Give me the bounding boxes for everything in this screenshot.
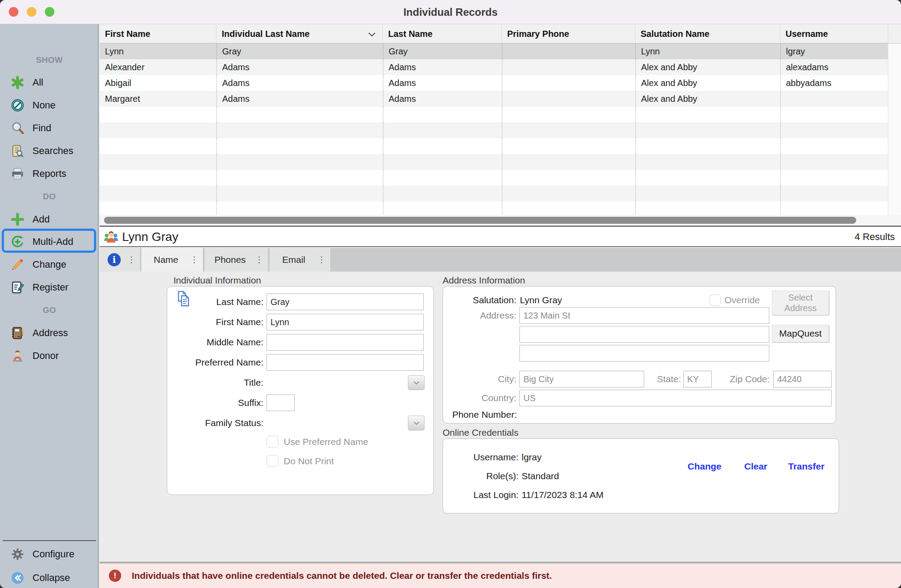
sidebar-item-find[interactable]: Find [0,117,99,140]
transfer-credentials-link[interactable]: Transfer [788,458,825,475]
select-address-button[interactable]: Select Address [772,290,829,315]
cell-primary-phone [502,75,635,91]
sidebar-section-go: GO [0,304,99,316]
sidebar-item-label: Reports [32,168,66,179]
donor-icon [10,348,25,364]
country-label: Country: [446,390,516,406]
individual-information-title: Individual Information [173,276,261,285]
suffix-field[interactable] [267,394,295,411]
table-row-empty [100,186,888,201]
first-name-field[interactable] [267,314,424,330]
clear-credentials-link[interactable]: Clear [744,458,768,475]
address-line3-field[interactable] [519,345,769,362]
table-row[interactable]: Abigail Adams Adams Alex and Abby abbyad… [100,75,888,91]
kebab-menu-icon[interactable]: ⋮ [317,248,326,272]
cell-salutation-name: Alex and Abby [635,91,780,107]
override-checkbox[interactable] [710,294,721,306]
vertical-scrollbar-track[interactable] [888,43,901,215]
table-row-empty [100,122,888,138]
sidebar-item-add[interactable]: Add [0,208,99,231]
chevron-down-icon [413,419,420,427]
mapquest-button[interactable]: MapQuest [772,325,829,342]
tab-name[interactable]: Name ⋮ [141,248,203,272]
results-table-body: Lynn Gray Gray Lynn lgray Alexander Adam… [100,43,888,215]
cell-username: alexadams [780,59,888,75]
sidebar-item-address[interactable]: Address [0,322,99,344]
city-field[interactable] [519,371,644,387]
column-header-primary-phone[interactable]: Primary Phone [502,24,635,43]
cell-salutation-name: Alex and Abby [635,75,780,91]
column-header-salutation-name[interactable]: Salutation Name [635,24,780,43]
preferred-name-field[interactable] [267,354,424,371]
suffix-label: Suffix: [169,394,263,411]
sidebar-item-searches[interactable]: Searches [0,140,99,162]
kebab-menu-icon[interactable]: ⋮ [190,248,198,272]
gear-icon [10,546,25,562]
address-line1-field[interactable] [519,307,769,324]
country-field[interactable] [519,390,832,406]
sidebar-section-show: SHOW [0,54,99,66]
cell-individual-last-name: Adams [216,75,383,91]
sidebar-item-register[interactable]: Register [0,276,99,299]
cell-last-name: Adams [383,91,502,107]
roles-label: Role(s): [448,468,519,484]
record-info-button[interactable]: i ⋮ [100,248,140,272]
first-name-label: First Name: [169,314,263,330]
cell-primary-phone [502,43,635,59]
kebab-menu-icon[interactable]: ⋮ [255,248,263,272]
asterisk-icon [10,75,25,90]
column-header-individual-last-name[interactable]: Individual Last Name [216,24,383,43]
tab-phones[interactable]: Phones ⋮ [205,248,268,272]
state-field[interactable] [683,371,712,387]
kebab-menu-icon[interactable]: ⋮ [127,248,136,272]
sidebar-item-label: Register [32,282,68,293]
table-row-selected[interactable]: Lynn Gray Gray Lynn lgray [100,43,888,59]
sort-chevron-icon [368,31,376,39]
table-row[interactable]: Margaret Adams Adams Alex and Abby [100,91,888,107]
sidebar-item-label: Add [32,214,50,225]
tab-label: Email [270,248,318,272]
printer-icon [10,166,25,182]
middle-name-label: Middle Name: [169,334,263,351]
window-title: Individual Records [0,0,901,24]
scroll-search-icon [10,143,25,159]
magnifier-icon [10,120,25,136]
column-header-first-name[interactable]: First Name [100,24,216,43]
sidebar-item-label: Address [32,327,68,339]
tab-label: Phones [205,248,256,272]
last-name-field[interactable] [267,294,424,310]
table-row[interactable]: Alexander Adams Adams Alex and Abby alex… [100,59,888,75]
cell-last-name: Adams [383,59,502,75]
tab-email[interactable]: Email ⋮ [270,248,330,272]
sidebar-item-label: Collapse [32,572,70,584]
column-header-username[interactable]: Username [780,24,888,43]
sidebar-item-donor[interactable]: Donor [0,344,99,367]
last-login-value: 11/17/2023 8:14 AM [522,487,603,503]
sidebar-item-change[interactable]: Change [0,253,99,276]
address-label: Address: [446,307,516,324]
zip-code-field[interactable] [773,371,832,387]
address-line2-field[interactable] [519,326,769,343]
roles-value: Standard [522,468,559,484]
register-icon [10,280,25,295]
no-circle-icon [10,97,25,113]
sidebar-item-configure[interactable]: Configure [0,543,99,566]
sidebar-item-collapse[interactable]: Collapse [0,566,99,588]
chevron-down-icon [413,379,420,387]
sidebar-item-label: Donor [32,350,59,362]
middle-name-field[interactable] [267,334,424,351]
use-preferred-name-checkbox[interactable] [267,436,278,448]
tab-label: Name [141,248,191,272]
horizontal-scrollbar-thumb[interactable] [104,217,856,224]
column-header-last-name[interactable]: Last Name [383,24,502,43]
sidebar-item-none[interactable]: None [0,94,99,117]
use-preferred-name-label: Use Preferred Name [284,436,368,448]
do-not-print-checkbox[interactable] [267,455,278,467]
cell-individual-last-name: Gray [216,43,383,59]
sidebar-item-all[interactable]: All [0,71,99,94]
family-status-dropdown-button[interactable] [408,416,425,430]
title-dropdown-button[interactable] [408,375,425,390]
sidebar-item-label: Searches [32,145,73,157]
sidebar-item-reports[interactable]: Reports [0,162,99,185]
change-credentials-link[interactable]: Change [688,458,721,475]
